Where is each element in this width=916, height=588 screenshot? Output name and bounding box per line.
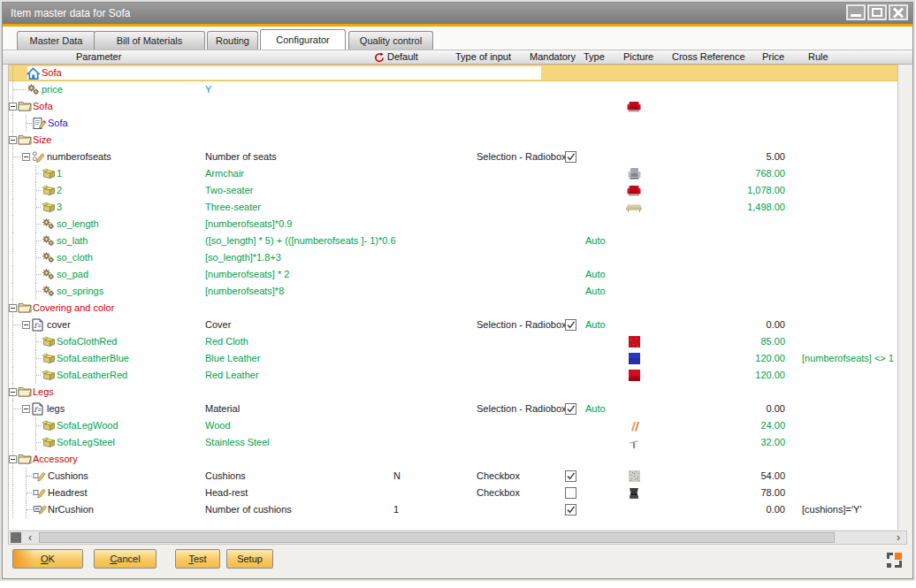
description-cell: Wood: [205, 417, 231, 434]
tree-row-sofaleatherred[interactable]: SofaLeatherRedRed Leather120.00: [9, 367, 897, 384]
cushion-picture: [619, 469, 649, 484]
svg-text:=: =: [38, 323, 42, 329]
formula-icon: f=: [32, 402, 47, 416]
tab-master-data[interactable]: Master Data: [17, 31, 95, 50]
column-header-parameter: Parameter: [76, 50, 121, 64]
folder-icon: [18, 134, 33, 147]
column-header-type-of-input: Type of input: [455, 50, 511, 64]
headrest-picture: [619, 485, 649, 500]
column-header-picture: Picture: [623, 50, 653, 64]
box-icon: [42, 201, 57, 214]
cancel-button[interactable]: Cancel: [94, 549, 156, 569]
collapse-expander-icon[interactable]: [22, 405, 30, 413]
tree-row-sofaclothred[interactable]: SofaClothRedRed Cloth85.00: [9, 333, 897, 350]
configurator-tree-table: SofapriceYSofaSofaSizenumberofseatsNumbe…: [8, 65, 898, 530]
tree-row-sofa[interactable]: Sofa: [9, 115, 897, 132]
inline-edit-field[interactable]: [27, 66, 541, 80]
scroll-left-arrow-icon[interactable]: ‹: [23, 531, 37, 544]
tree-row-price[interactable]: priceY: [9, 81, 897, 98]
collapse-expander-icon[interactable]: [9, 388, 17, 396]
mandatory-checkbox[interactable]: [565, 470, 576, 482]
tree-guide-line: [12, 165, 13, 182]
parameter-label: SofaLeatherRed: [57, 367, 127, 384]
description-cell: Y: [205, 81, 211, 98]
tree-row-sofalegwood[interactable]: SofaLegWoodWood24.00: [9, 417, 897, 434]
scrollbar-splitter-handle[interactable]: [11, 532, 21, 543]
scroll-right-arrow-icon[interactable]: ›: [891, 531, 905, 544]
horizontal-scrollbar[interactable]: ‹ ›: [8, 531, 907, 545]
tab-routing[interactable]: Routing: [207, 31, 258, 50]
tree-row-so_length[interactable]: so_length[numberofseats]*0.9: [9, 216, 897, 233]
test-button[interactable]: Test: [175, 549, 220, 569]
price-cell: 120.00: [688, 367, 785, 384]
box-icon: [42, 419, 57, 432]
mandatory-checkbox[interactable]: [565, 403, 576, 415]
tree-row-size[interactable]: Size: [9, 132, 897, 149]
description-cell: [numberofseats]*0.9: [205, 216, 292, 233]
dialog-window: Item master data for Sofa Master DataBil…: [2, 2, 913, 579]
tab-quality-control[interactable]: Quality control: [348, 31, 433, 50]
tree-guide-stub: [27, 509, 32, 510]
collapse-expander-icon[interactable]: [22, 321, 30, 329]
tab-configurator[interactable]: Configurator: [260, 29, 346, 50]
tree-row-so_cloth[interactable]: so_cloth[so_length]*1.8+3: [9, 249, 897, 266]
parameter-label: Cushions: [48, 468, 88, 485]
tree-row-2[interactable]: 2Two-seater1,078.00: [9, 182, 897, 199]
red-sofa-picture: [619, 183, 649, 198]
price-cell: 85.00: [688, 333, 785, 350]
title-bar[interactable]: Item master data for Sofa: [3, 3, 912, 24]
tab-bill-of-materials[interactable]: Bill of Materials: [94, 31, 205, 50]
red-sofa-picture: [619, 99, 649, 114]
column-header-default: Default: [387, 50, 418, 64]
tree-guide-line: [12, 434, 13, 451]
tree-guide-line: [12, 367, 13, 384]
mandatory-checkbox[interactable]: [565, 151, 576, 163]
tree-row-sofa[interactable]: Sofa: [9, 98, 897, 115]
collapse-expander-icon[interactable]: [9, 304, 17, 312]
tree-row-so_lath[interactable]: so_lath([so_length] * 5) + (([numberofse…: [9, 233, 897, 249]
collapse-expander-icon[interactable]: [22, 153, 30, 161]
tree-row-nrcushion[interactable]: NrCushionNumber of cushions10.00[cushion…: [9, 501, 897, 518]
tree-row-sofalegsteel[interactable]: SofaLegSteelStainless Steel32.00: [9, 434, 897, 451]
tree-row-headrest[interactable]: HeadrestHead-restCheckbox78.00: [9, 485, 897, 501]
tree-row-sofa[interactable]: Sofa: [9, 65, 897, 81]
tree-row-so_springs[interactable]: so_springs[numberofseats]*8Auto: [9, 283, 897, 300]
tree-row-numberofseats[interactable]: numberofseatsNumber of seatsSelection - …: [9, 149, 897, 165]
tree-row-legs[interactable]: Legs: [9, 384, 897, 401]
column-header-type: Type: [584, 50, 605, 64]
tree-row-3[interactable]: 3Three-seater1,498.00: [9, 199, 897, 216]
tree-row-sofaleatherblue[interactable]: SofaLeatherBlueBlue Leather120.00[number…: [9, 350, 897, 367]
mandatory-checkbox[interactable]: [565, 504, 576, 515]
tree-row-covering-and-color[interactable]: Covering and color: [9, 300, 897, 317]
price-cell: 54.00: [688, 468, 785, 485]
minimize-icon[interactable]: [846, 4, 866, 20]
type-cell: Auto: [585, 233, 606, 249]
close-icon[interactable]: [889, 4, 908, 20]
tree-guide-stub: [13, 157, 21, 157]
maximize-icon[interactable]: [867, 4, 887, 20]
tree-row-cushions[interactable]: CushionsCushionsNCheckbox54.00: [9, 468, 897, 485]
collapse-expander-icon[interactable]: [9, 136, 17, 144]
resize-grip-icon[interactable]: [887, 553, 902, 568]
tree-guide-stub: [36, 257, 41, 258]
price-cell: 1,078.00: [688, 182, 785, 199]
tree-guide-stub: [36, 291, 41, 292]
tree-guide-stub: [27, 123, 32, 124]
mandatory-checkbox[interactable]: [565, 319, 576, 331]
tree-row-cover[interactable]: f=coverCoverSelection - RadioboxAuto0.00: [9, 317, 897, 333]
tree-row-1[interactable]: 1Armchair768.00: [9, 165, 897, 182]
home-icon: [27, 67, 42, 80]
gray-armchair-picture: [619, 166, 649, 181]
setup-button[interactable]: Setup: [226, 549, 273, 569]
gears-icon: [42, 251, 57, 264]
red-cloth-picture: [619, 334, 649, 349]
tree-row-legs[interactable]: f=legsMaterialSelection - RadioboxAuto0.…: [9, 401, 897, 417]
tree-guide-stub: [36, 190, 41, 191]
ok-button[interactable]: OK: [12, 549, 83, 569]
tree-row-so_pad[interactable]: so_pad[numberofseats] * 2Auto: [9, 266, 897, 283]
collapse-expander-icon[interactable]: [9, 455, 17, 463]
mandatory-checkbox[interactable]: [565, 487, 576, 499]
scrollbar-thumb[interactable]: [39, 532, 835, 543]
collapse-expander-icon[interactable]: [9, 103, 17, 111]
tree-row-accessory[interactable]: Accessory: [9, 451, 897, 468]
